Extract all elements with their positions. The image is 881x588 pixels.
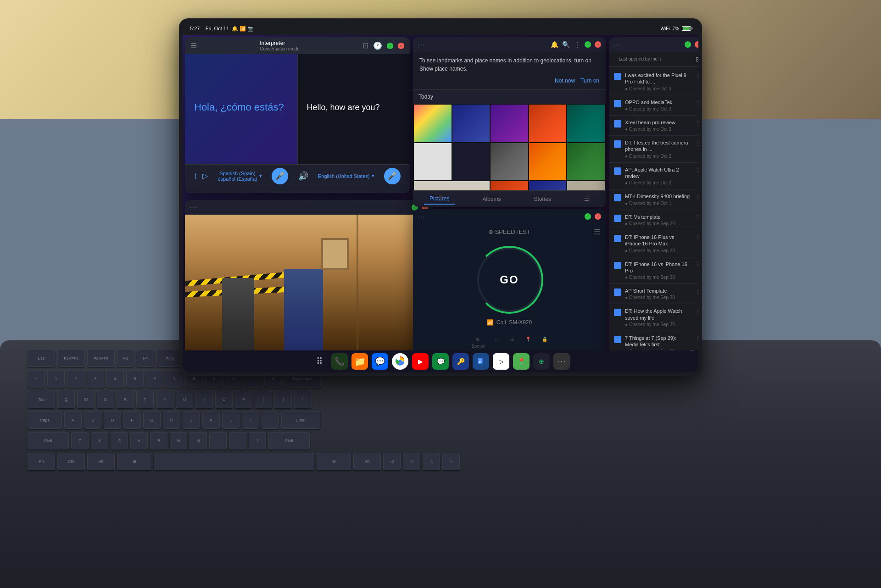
key-d[interactable]: D bbox=[104, 411, 121, 429]
key-win[interactable]: ⊞ bbox=[117, 453, 151, 470]
key-l[interactable]: L bbox=[222, 411, 240, 429]
key-v[interactable]: V bbox=[130, 432, 148, 449]
taskbar-speedtest-icon[interactable]: ⊕ bbox=[533, 353, 550, 370]
key-6[interactable]: 6 bbox=[146, 370, 163, 388]
taskbar-play-store-icon[interactable]: ▷ bbox=[493, 353, 509, 370]
docs-list-item[interactable]: AP: Apple Watch Ultra 2 review ● Opened … bbox=[609, 163, 698, 190]
docs-list-item[interactable]: AP Short Template ● Opened by me Sep 30 … bbox=[609, 284, 698, 304]
docs-list-item[interactable]: DT: iPhone 16 Plus vs iPhone 16 Pro Max … bbox=[609, 230, 698, 257]
doc-more-btn[interactable]: ⋮ bbox=[695, 139, 698, 147]
photos-tab-stories[interactable]: Stories bbox=[529, 194, 557, 204]
photos-not-now-btn[interactable]: Not now bbox=[555, 77, 575, 85]
photos-close-btn[interactable]: ✕ bbox=[595, 41, 601, 48]
key-5[interactable]: 5 bbox=[126, 370, 144, 388]
taskbar-more-icon[interactable]: ⋯ bbox=[553, 353, 570, 370]
key-b[interactable]: B bbox=[150, 432, 167, 449]
key-i[interactable]: I bbox=[195, 391, 213, 408]
interpreter-play-icon[interactable]: ▷ bbox=[202, 172, 208, 180]
key-f3[interactable]: F3 bbox=[117, 349, 134, 367]
speedtest-action-location[interactable]: 📍 bbox=[525, 337, 531, 349]
key-2[interactable]: 2 bbox=[67, 370, 84, 388]
speedtest-action-play[interactable]: ▷ bbox=[496, 337, 499, 349]
docs-win-dots[interactable]: ··· bbox=[614, 41, 622, 48]
key-bracket-r[interactable]: ] bbox=[274, 391, 292, 408]
key-1[interactable]: 1 bbox=[47, 370, 65, 388]
key-comma[interactable]: , bbox=[209, 432, 227, 449]
key-esc[interactable]: Esc bbox=[28, 349, 55, 367]
key-bracket-l[interactable]: [ bbox=[255, 391, 272, 408]
interpreter-prev-icon[interactable]: ⟨ bbox=[194, 172, 197, 180]
photos-tab-menu[interactable]: ☰ bbox=[579, 194, 595, 204]
photo-cell-3[interactable] bbox=[491, 105, 528, 142]
doc-more-btn[interactable]: ⋮ bbox=[695, 261, 698, 268]
docs-list-item[interactable]: DT: I tested the best camera phones in .… bbox=[609, 136, 698, 163]
photos-tab-albums[interactable]: Albums bbox=[477, 194, 506, 204]
interpreter-history-icon[interactable]: 🕐 bbox=[373, 41, 382, 50]
photo-cell-1[interactable] bbox=[414, 105, 452, 142]
doc-more-btn[interactable]: ⋮ bbox=[695, 166, 698, 174]
key-ctrl[interactable]: Ctrl bbox=[57, 453, 85, 470]
interpreter-right-lang[interactable]: English (United States) ▾ bbox=[318, 173, 374, 179]
key-7[interactable]: 7 bbox=[166, 370, 183, 388]
doc-more-btn[interactable]: ⋮ bbox=[695, 72, 698, 79]
speedtest-win-dots[interactable]: ··· bbox=[418, 213, 426, 220]
key-s[interactable]: S bbox=[84, 411, 101, 429]
photos-more-icon[interactable]: ⋮ bbox=[574, 40, 581, 49]
speedtest-circle[interactable]: GO bbox=[477, 248, 541, 312]
interpreter-right-mic[interactable]: 🎤 bbox=[384, 168, 401, 184]
key-enter[interactable]: Enter bbox=[281, 411, 320, 429]
docs-list-item[interactable]: OPPO and MediaTek ● Opened by me Oct 3 ⋮ bbox=[609, 95, 698, 116]
key-z[interactable]: Z bbox=[71, 432, 89, 449]
taskbar-youtube-icon[interactable]: ▶ bbox=[412, 353, 429, 370]
interpreter-speaker-icon[interactable]: 🔊 bbox=[298, 171, 308, 181]
photos-expand-btn[interactable]: ⤢ bbox=[585, 41, 591, 48]
speedtest-menu-icon[interactable]: ☰ bbox=[594, 227, 600, 236]
key-f2[interactable]: F2 APP2 bbox=[87, 349, 115, 367]
taskbar-1password-icon[interactable]: 🔑 bbox=[452, 353, 469, 370]
key-x[interactable]: X bbox=[91, 432, 108, 449]
docs-expand-btn[interactable]: ⤢ bbox=[685, 41, 691, 48]
key-space[interactable] bbox=[154, 453, 314, 470]
key-u[interactable]: U bbox=[176, 391, 193, 408]
photo-cell-9[interactable] bbox=[529, 143, 567, 181]
doc-more-btn[interactable]: ⋮ bbox=[695, 335, 698, 342]
taskbar-apps-grid[interactable]: ⠿ bbox=[311, 353, 328, 370]
key-arrow-down[interactable]: ▽ bbox=[403, 453, 420, 470]
interpreter-left-lang[interactable]: Spanish (Spain) éspañol (España) ▾ bbox=[217, 171, 262, 182]
photos-bell-icon[interactable]: 🔔 bbox=[551, 41, 558, 48]
docs-list-item[interactable]: Xreal beam pro review ● Opened by me Oct… bbox=[609, 116, 698, 136]
speedtest-close-btn[interactable]: ✕ bbox=[595, 213, 601, 220]
docs-list-item[interactable]: MTK Dimensity 9400 briefing ● Opened by … bbox=[609, 189, 698, 210]
interpreter-close-btn[interactable]: ✕ bbox=[398, 43, 404, 49]
key-arrow-right[interactable]: ▷ bbox=[442, 453, 460, 470]
key-j[interactable]: J bbox=[183, 411, 200, 429]
key-tab[interactable]: Tab bbox=[28, 391, 55, 408]
photo-cell-8[interactable] bbox=[491, 143, 528, 181]
key-tilde[interactable]: ~ bbox=[28, 370, 45, 388]
taskbar-chrome-icon[interactable] bbox=[392, 353, 408, 370]
docs-close-btn[interactable]: ✕ bbox=[695, 41, 698, 48]
key-f[interactable]: F bbox=[123, 411, 141, 429]
key-w[interactable]: W bbox=[77, 391, 95, 408]
interpreter-left-mic[interactable]: 🎤 bbox=[272, 168, 288, 184]
doc-more-btn[interactable]: ⋮ bbox=[695, 308, 698, 315]
key-e[interactable]: E bbox=[97, 391, 114, 408]
taskbar-files-icon[interactable]: 📁 bbox=[351, 353, 368, 370]
key-o[interactable]: O bbox=[215, 391, 233, 408]
interpreter-expand-btn[interactable]: ⤢ bbox=[387, 43, 393, 49]
doc-more-btn[interactable]: ⋮ bbox=[695, 288, 698, 295]
interpreter-menu-icon[interactable]: ☰ bbox=[190, 41, 197, 50]
key-arrow-left[interactable]: ◁ bbox=[383, 453, 401, 470]
photo-cell-4[interactable] bbox=[529, 105, 567, 142]
photos-search-icon[interactable]: 🔍 bbox=[562, 41, 570, 48]
key-alt-l[interactable]: Alt bbox=[87, 453, 115, 470]
taskbar-messages-icon[interactable]: 💬 bbox=[432, 353, 449, 370]
key-fn[interactable]: Fn bbox=[28, 453, 55, 470]
docs-list-item[interactable]: I was excited for the Pixel 9 Pro Fold t… bbox=[609, 68, 698, 95]
key-f4[interactable]: F4 bbox=[137, 349, 154, 367]
taskbar-messenger-icon[interactable]: 💬 bbox=[372, 353, 388, 370]
docs-sort-btn[interactable]: Last opened by me ↓ bbox=[614, 55, 666, 63]
key-p[interactable]: P bbox=[235, 391, 252, 408]
speedtest-expand-btn[interactable]: ⤢ bbox=[585, 213, 591, 220]
key-caps[interactable]: Caps bbox=[28, 411, 62, 429]
